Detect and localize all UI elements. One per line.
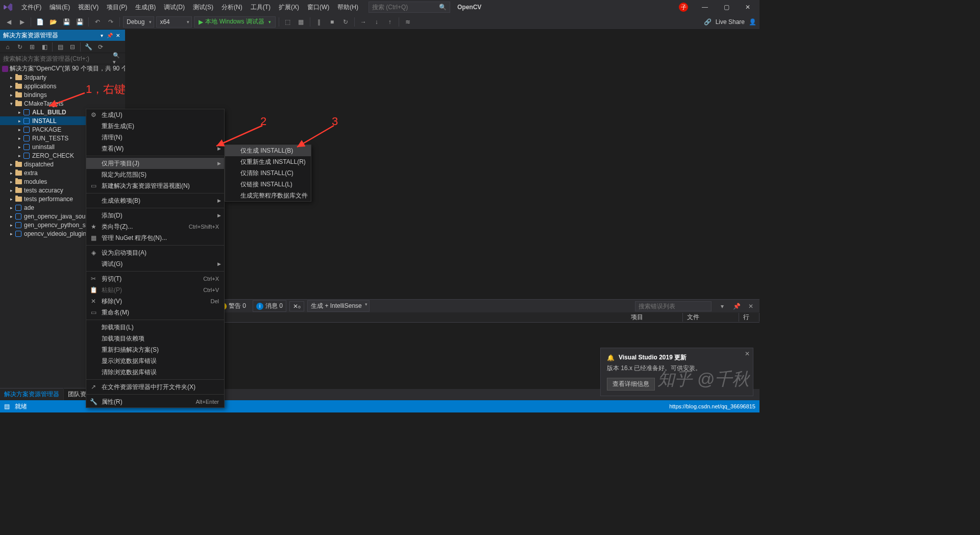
redo-icon[interactable]: ↷ — [105, 16, 116, 28]
context-menu-item[interactable]: 清除浏览数据库错误 — [86, 367, 224, 378]
pause-icon[interactable]: ‖ — [313, 16, 325, 28]
menu-item[interactable]: 扩展(X) — [275, 2, 303, 12]
tool-icon[interactable]: ⊟ — [67, 41, 78, 53]
col-line[interactable]: 行 — [739, 313, 760, 322]
close-notification-icon[interactable]: ✕ — [745, 350, 750, 357]
context-menu-item[interactable]: 清理(N) — [86, 132, 224, 143]
dropdown-icon[interactable]: ▾ — [717, 301, 728, 312]
menu-item[interactable]: 分析(N) — [217, 2, 247, 12]
step-out-icon[interactable]: ↑ — [384, 16, 396, 28]
tool-icon[interactable]: ▤ — [55, 41, 66, 53]
maximize-button[interactable]: ▢ — [718, 2, 735, 13]
context-menu-item[interactable]: 重新扫描解决方案(S) — [86, 344, 224, 355]
context-menu-item[interactable]: 仅用于项目(J)▶ — [86, 158, 224, 169]
error-search-input[interactable] — [635, 301, 712, 311]
context-menu-item[interactable]: 调试(G)▶ — [86, 258, 224, 270]
context-menu-item[interactable]: 加载项目依赖项 — [86, 333, 224, 344]
project-context-menu[interactable]: ⚙生成(U)重新生成(E)清理(N)查看(W)▶仅用于项目(J)▶限定为此范围(… — [86, 109, 225, 408]
global-search-input[interactable] — [372, 4, 439, 11]
close-panel-icon[interactable]: ✕ — [114, 33, 122, 38]
menu-item[interactable]: 文件(F) — [17, 2, 45, 12]
context-menu-item[interactable]: 生成依赖项(B)▶ — [86, 195, 224, 206]
save-icon[interactable]: 💾 — [61, 16, 72, 28]
tool-icon[interactable]: ↻ — [14, 41, 26, 53]
context-menu-item[interactable]: 仅链接 INSTALL(L) — [225, 179, 311, 190]
tool-icon[interactable]: ▦ — [296, 16, 307, 28]
menu-item[interactable]: 调试(D) — [160, 2, 189, 12]
error-source-dropdown[interactable]: 生成 + IntelliSense — [307, 300, 370, 312]
context-menu-item[interactable]: ↗在文件资源管理器中打开文件夹(X) — [86, 381, 224, 393]
step-into-icon[interactable]: ↓ — [371, 16, 382, 28]
minimize-button[interactable]: — — [696, 2, 714, 13]
menu-item[interactable]: 测试(S) — [189, 2, 217, 12]
col-project[interactable]: 项目 — [627, 313, 683, 322]
solution-search-input[interactable] — [3, 55, 113, 62]
account-icon[interactable]: 👤 — [749, 18, 756, 26]
context-menu-item[interactable]: ★类向导(Z)...Ctrl+Shift+X — [86, 221, 224, 232]
tab-solution-explorer[interactable]: 解决方案资源管理器 — [0, 388, 63, 400]
home-icon[interactable]: ⌂ — [2, 41, 13, 53]
project-only-submenu[interactable]: 仅生成 INSTALL(B)仅重新生成 INSTALL(R)仅清除 INSTAL… — [225, 144, 311, 202]
nav-back-icon[interactable]: ◀ — [3, 16, 14, 28]
context-menu-item[interactable]: 重新生成(E) — [86, 120, 224, 132]
tool-icon[interactable]: ⊞ — [27, 41, 38, 53]
new-file-icon[interactable]: 📄 — [34, 16, 45, 28]
menu-item[interactable]: 视图(V) — [74, 2, 103, 12]
context-menu-item[interactable]: ▭重命名(M) — [86, 307, 224, 318]
stop-icon[interactable]: ■ — [327, 16, 338, 28]
start-debug-button[interactable]: ▶ 本地 Windows 调试器 ▾ — [194, 16, 275, 28]
open-icon[interactable]: 📂 — [47, 16, 59, 28]
solution-root[interactable]: 解决方案"OpenCV"(第 90 个项目，共 90 个) — [0, 64, 125, 73]
context-menu-item[interactable]: 添加(D)▶ — [86, 210, 224, 221]
context-menu-item[interactable]: 仅清除 INSTALL(C) — [225, 167, 311, 179]
pin-icon[interactable]: 📌 — [731, 301, 742, 312]
tool-icon[interactable]: ⟳ — [95, 41, 106, 53]
messages-filter[interactable]: i消息 0 — [253, 300, 286, 312]
context-menu-item[interactable]: ▭新建解决方案资源管理器视图(N) — [86, 180, 224, 191]
platform-dropdown[interactable]: x64 — [156, 16, 192, 28]
menu-item[interactable]: 帮助(H) — [333, 2, 362, 12]
context-menu-item[interactable]: ✕移除(V)Del — [86, 296, 224, 307]
context-menu-item[interactable]: 仅重新生成 INSTALL(R) — [225, 156, 311, 167]
menu-item[interactable]: 编辑(E) — [45, 2, 74, 12]
context-menu-item[interactable]: ✂剪切(T)Ctrl+X — [86, 273, 224, 284]
context-menu-item[interactable]: 查看(W)▶ — [86, 143, 224, 154]
close-icon[interactable]: ✕ — [745, 301, 756, 312]
live-share-button[interactable]: Live Share — [716, 18, 745, 26]
tool-icon[interactable]: ≋ — [402, 16, 413, 28]
menu-item[interactable]: 窗口(W) — [303, 2, 333, 12]
context-menu-item[interactable]: ⚙生成(U) — [86, 109, 224, 120]
tree-node[interactable]: ▸3rdparty — [0, 73, 125, 82]
context-menu-item[interactable]: ◈设为启动项目(A) — [86, 247, 224, 258]
tree-node[interactable]: ▾CMakeTargets — [0, 99, 125, 108]
context-menu-item[interactable]: 显示浏览数据库错误 — [86, 355, 224, 367]
context-menu-item[interactable]: 生成完整程序数据库文件 — [225, 190, 311, 201]
solution-search[interactable]: 🔍▾ — [0, 53, 125, 64]
menu-item[interactable]: 项目(P) — [103, 2, 131, 12]
tree-node[interactable]: ▸bindings — [0, 90, 125, 99]
global-search[interactable]: 🔍 — [369, 2, 450, 13]
menu-item[interactable]: 工具(T) — [247, 2, 275, 12]
restart-icon[interactable]: ↻ — [340, 16, 351, 28]
undo-icon[interactable]: ↶ — [92, 16, 103, 28]
context-menu-item[interactable]: 限定为此范围(S) — [86, 169, 224, 180]
menu-item[interactable]: 生成(B) — [131, 2, 160, 12]
tool-icon[interactable]: ⬚ — [282, 16, 293, 28]
wrench-icon[interactable]: 🔧 — [83, 41, 94, 53]
dropdown-icon[interactable]: ▾ — [97, 33, 106, 38]
context-menu-item[interactable]: 仅生成 INSTALL(B) — [225, 145, 311, 156]
step-icon[interactable]: → — [358, 16, 369, 28]
user-badge[interactable]: 子 — [679, 3, 688, 12]
context-menu-item[interactable]: ▦管理 NuGet 程序包(N)... — [86, 232, 224, 244]
nav-fwd-icon[interactable]: ▶ — [16, 16, 28, 28]
tree-node[interactable]: ▸applications — [0, 82, 125, 90]
context-menu-item[interactable]: 🔧属性(R)Alt+Enter — [86, 396, 224, 407]
tool-icon[interactable]: ◧ — [39, 41, 50, 53]
save-all-icon[interactable]: 💾 — [74, 16, 85, 28]
col-file[interactable]: 文件 — [683, 313, 739, 322]
close-button[interactable]: ✕ — [739, 2, 756, 13]
build-filter[interactable]: ✕₀ — [289, 301, 304, 311]
config-dropdown[interactable]: Debug — [123, 16, 154, 28]
pin-icon[interactable]: 📌 — [106, 33, 114, 38]
view-details-button[interactable]: 查看详细信息 — [607, 378, 655, 391]
